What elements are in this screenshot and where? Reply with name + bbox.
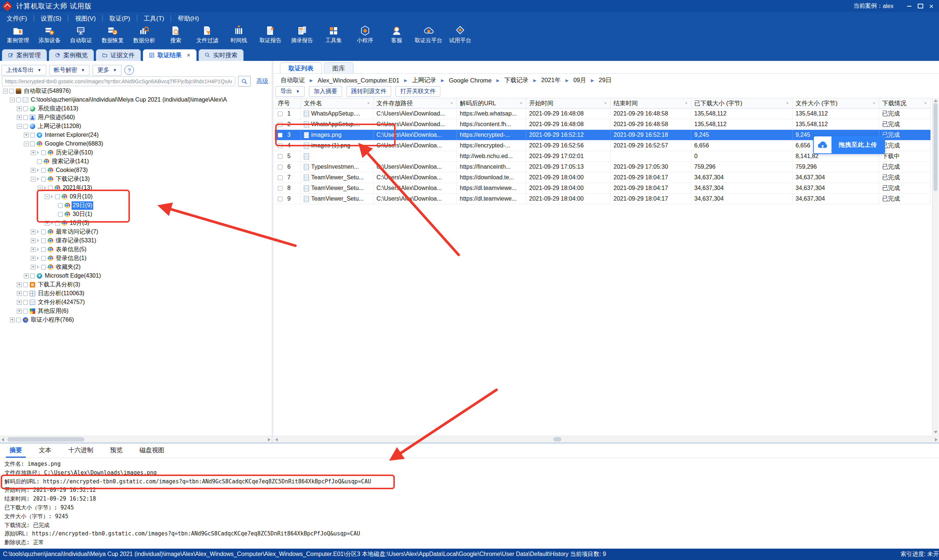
btab-preview[interactable]: 预览	[106, 444, 126, 458]
breadcrumb-item[interactable]: 09月	[573, 76, 586, 85]
branch-arrow-icon[interactable]	[37, 230, 39, 234]
tree-evidence-image[interactable]: −C:\tools\quzhen\jiancai\Individual\Meiy…	[0, 95, 271, 104]
branch-arrow-icon[interactable]	[37, 177, 39, 181]
expand-icon[interactable]: +	[24, 133, 29, 137]
table-vertical-scrollbar[interactable]	[932, 98, 939, 435]
expand-icon[interactable]: +	[10, 318, 15, 322]
branch-arrow-icon[interactable]	[37, 168, 39, 172]
table-row[interactable]: 9TeamViewer_Setu...C:\Users\Alex\Downloa…	[275, 194, 931, 204]
expand-icon[interactable]: +	[31, 229, 35, 234]
tree-year-2021[interactable]: −2021年(13)	[0, 183, 271, 192]
checkbox[interactable]	[41, 177, 46, 182]
checkbox[interactable]	[41, 168, 46, 173]
extract-report-button[interactable]: 摘录报告	[286, 25, 318, 46]
drag-upload-overlay[interactable]: 拖拽至此上传	[813, 136, 885, 154]
checkbox[interactable]	[41, 238, 46, 243]
filter-icon[interactable]: ▼	[786, 101, 789, 105]
add-to-summary-button[interactable]: 加入摘要	[309, 86, 342, 97]
menu-help[interactable]: 帮助(H)	[171, 12, 205, 25]
scrollbar-thumb[interactable]	[7, 437, 85, 442]
forensics-cloud-button[interactable]: 取证云平台	[412, 25, 444, 46]
checkbox[interactable]	[41, 256, 46, 261]
checkbox[interactable]	[41, 229, 46, 234]
tree-microsoft-edge[interactable]: +Microsoft Edge(4301)	[0, 271, 271, 280]
branch-arrow-icon[interactable]	[37, 151, 39, 154]
checkbox[interactable]	[55, 194, 60, 199]
close-icon[interactable]: ×	[187, 52, 190, 59]
expand-icon[interactable]: +	[24, 274, 29, 278]
column-header-end[interactable]: 结束时间▼	[611, 98, 691, 108]
checkbox[interactable]	[58, 203, 63, 208]
checkbox[interactable]	[23, 282, 28, 287]
branch-arrow-icon[interactable]	[37, 239, 39, 242]
menu-tools[interactable]: 工具(T)	[137, 12, 171, 25]
expand-icon[interactable]: +	[45, 221, 49, 226]
expand-icon[interactable]: +	[17, 300, 22, 305]
mini-program-button[interactable]: 小程序	[349, 25, 381, 46]
tab-case-manage[interactable]: 案例管理	[2, 49, 47, 61]
tree-cookie[interactable]: +Cookie(873)	[0, 166, 271, 175]
filter-icon[interactable]: ▼	[924, 101, 927, 105]
upload-export-button[interactable]: 上传&导出▼	[2, 65, 46, 75]
tab-forensic-results[interactable]: 取证结果×	[143, 49, 197, 61]
tree-user-traces[interactable]: +用户痕迹(560)	[0, 113, 271, 122]
menu-view[interactable]: 视图(V)	[68, 12, 102, 25]
tree-download-tools[interactable]: +下载工具分析(3)	[0, 280, 271, 289]
collapse-icon[interactable]: −	[31, 177, 35, 182]
advanced-search-link[interactable]: 高级	[256, 77, 268, 85]
checkbox[interactable]	[37, 159, 42, 164]
tree-file-analysis[interactable]: +文件分析(424757)	[0, 298, 271, 306]
btab-hex[interactable]: 十六进制	[65, 444, 97, 458]
tree-history[interactable]: +历史记录(510)	[0, 148, 271, 157]
tab-case-overview[interactable]: 案例概览	[49, 49, 94, 61]
expand-icon[interactable]: +	[31, 265, 35, 269]
checkbox[interactable]	[23, 300, 28, 305]
breadcrumb-item[interactable]: 下载记录	[504, 76, 528, 85]
case-manage-button[interactable]: 案例管理	[2, 25, 34, 46]
breadcrumb-item[interactable]: 上网记录	[412, 76, 436, 85]
expand-icon[interactable]: +	[31, 256, 35, 261]
trial-platform-button[interactable]: 试用平台	[444, 25, 476, 46]
branch-arrow-icon[interactable]	[44, 186, 46, 189]
branch-arrow-icon[interactable]	[37, 256, 39, 260]
scroll-right-icon[interactable]	[935, 438, 937, 442]
checkbox[interactable]	[41, 247, 46, 252]
search-input[interactable]	[2, 76, 235, 86]
checkbox[interactable]	[23, 115, 28, 120]
tree-auto-forensics[interactable]: −自动取证(548976)	[0, 86, 271, 95]
menu-file[interactable]: 文件(F)	[0, 12, 34, 25]
search-button[interactable]	[238, 76, 251, 86]
table-horizontal-scrollbar[interactable]	[274, 436, 939, 443]
breadcrumb-item[interactable]: 自动取证	[281, 76, 305, 85]
tree-system-traces[interactable]: +系统痕迹(1613)	[0, 104, 271, 113]
collapse-icon[interactable]: −	[3, 89, 8, 94]
column-header-path[interactable]: 文件存放路径▼	[373, 98, 457, 108]
forensic-report-button[interactable]: 取证报告	[254, 25, 286, 46]
checkbox[interactable]	[9, 89, 14, 94]
checkbox[interactable]	[23, 291, 28, 296]
tab-evidence-files[interactable]: 证据文件	[96, 49, 141, 61]
table-row[interactable]: 2WhatsAppSetup....C:\Users\Alex\Download…	[275, 119, 931, 130]
menu-settings[interactable]: 设置(S)	[34, 12, 68, 25]
expand-icon[interactable]: +	[31, 247, 35, 252]
checkbox[interactable]	[278, 111, 282, 116]
timeline-button[interactable]: 时间线	[223, 25, 254, 46]
search-button[interactable]: 搜索	[160, 25, 191, 46]
tree-day-30[interactable]: 30日(1)	[0, 210, 271, 218]
scroll-right-icon[interactable]	[268, 438, 270, 442]
checkbox[interactable]	[23, 106, 28, 111]
open-linked-file-button[interactable]: 打开关联文件	[396, 86, 440, 97]
tab-live-search[interactable]: 实时搜索	[199, 49, 244, 61]
checkbox[interactable]	[278, 143, 282, 148]
checkbox[interactable]	[23, 124, 28, 129]
tree-month-09[interactable]: −09月(10)	[0, 192, 271, 201]
checkbox[interactable]	[41, 265, 46, 269]
branch-arrow-icon[interactable]	[37, 265, 39, 269]
checkbox[interactable]	[23, 309, 28, 314]
filter-icon[interactable]: ▼	[519, 101, 523, 105]
collapse-icon[interactable]: −	[45, 194, 49, 199]
expand-icon[interactable]: +	[17, 291, 22, 296]
collapse-icon[interactable]: −	[17, 124, 22, 129]
expand-icon[interactable]: +	[17, 309, 22, 314]
breadcrumb-item[interactable]: 29日	[599, 76, 612, 85]
